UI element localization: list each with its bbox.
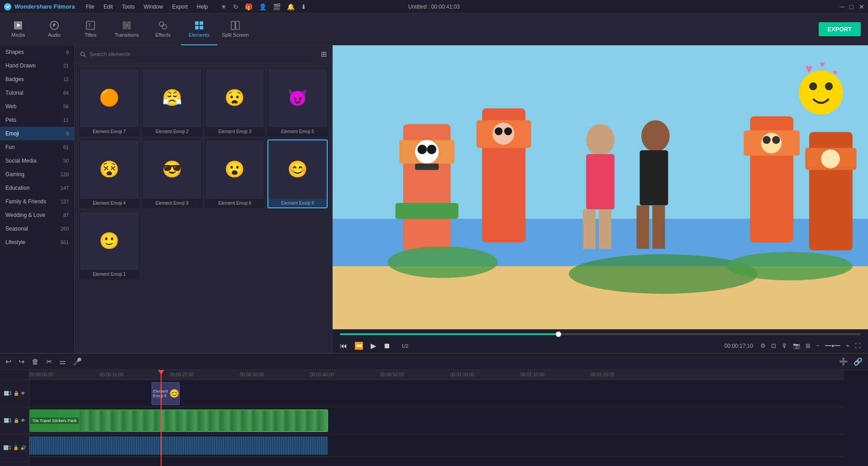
menu-help[interactable]: Help [193, 3, 212, 11]
split-button[interactable]: ⚌ [59, 357, 66, 366]
toolbar-splitscreen[interactable]: Split Screen [217, 14, 253, 45]
toolbar-media[interactable]: Media [0, 14, 36, 45]
menu-window[interactable]: Window [140, 3, 167, 11]
sidebar-item-handdrawn[interactable]: Hand Drawn 21 [0, 59, 74, 72]
video-clip[interactable]: 70s Travel Stickers Pack [29, 409, 328, 432]
svg-rect-13 [200, 26, 203, 29]
bell-icon[interactable]: 🔔 [287, 3, 295, 10]
element-emoji2-thumb: 😤 [143, 69, 201, 127]
sidebar-item-gaming[interactable]: Gaming 120 [0, 168, 74, 181]
menu-tools[interactable]: Tools [118, 3, 138, 11]
zoom-in-icon[interactable]: + [846, 342, 849, 349]
menu-edit[interactable]: Edit [100, 3, 117, 11]
audio-clip[interactable] [29, 437, 328, 455]
ruler-mark-4: 00:00:40:00 [310, 372, 334, 377]
sidebar-item-weddinglove[interactable]: Wedding & Love 87 [0, 208, 74, 222]
sidebar-item-familyfriends[interactable]: Family & Friends 127 [0, 195, 74, 208]
preview-svg: ♥ ♥ ♥ [333, 45, 868, 329]
toolbar-titles[interactable]: T Titles [72, 14, 109, 45]
fullscreen-icon[interactable]: ⛶ [855, 342, 861, 349]
sidebar-item-emoji[interactable]: Emoji 9 [0, 127, 74, 140]
sidebar-item-web[interactable]: Web 56 [0, 100, 74, 113]
play-button[interactable]: ▶ [371, 341, 376, 350]
search-input[interactable] [90, 51, 317, 58]
link-button[interactable]: 🔗 [854, 357, 863, 366]
sidebar-item-lifestyle[interactable]: Lifestyle 561 [0, 235, 74, 249]
stop-button[interactable]: ⏹ [383, 342, 391, 350]
progress-bar[interactable] [340, 333, 861, 335]
delete-button[interactable]: 🗑 [32, 358, 39, 366]
element-emoji6[interactable]: 😮 Element Emoji 6 [205, 139, 265, 208]
snapshot-icon[interactable]: 📷 [793, 342, 800, 349]
svg-point-57 [726, 252, 853, 280]
element-emoji2[interactable]: 😤 Element Emoji 2 [142, 68, 202, 137]
toolbar-elements[interactable]: Elements [181, 14, 217, 45]
sidebar-item-seasonal[interactable]: Seasonal 260 [0, 222, 74, 235]
element-emoji7[interactable]: 🟠 Element Emoji 7 [79, 68, 139, 137]
element-emoji3[interactable]: 😧 Element Emoji 3 [205, 68, 265, 137]
export-button[interactable]: EXPORT [819, 22, 861, 36]
left-sidebar: Shapes 6 Hand Drawn 21 Badges 12 Tutoria… [0, 45, 75, 353]
track3-sound[interactable]: 🔊 [20, 445, 26, 450]
element-clip[interactable]: Element Emoji 8 😊 [152, 382, 180, 405]
playhead-marker[interactable] [158, 370, 164, 375]
track1-lock[interactable]: 🔒 [14, 391, 19, 396]
element-emoji8-thumb: 😊 [268, 140, 327, 199]
element-emoji4[interactable]: 😵 Element Emoji 4 [79, 139, 139, 208]
track1-eye[interactable]: 👁 [21, 391, 25, 396]
layout-icon[interactable]: ⊞ [806, 342, 811, 349]
element-emoji9[interactable]: 😎 Element Emoji 9 [142, 139, 202, 208]
sidebar-item-pets[interactable]: Pets 11 [0, 113, 74, 127]
mic-icon[interactable]: 🎙 [782, 342, 787, 349]
element-emoji1[interactable]: 🙂 Element Emoji 1 [79, 211, 139, 280]
sidebar-item-socialmedia[interactable]: Social Media 30 [0, 154, 74, 168]
sun-icon[interactable]: ☀ [221, 3, 227, 10]
redo-button[interactable]: ↪ [19, 357, 24, 366]
skip-back-button[interactable]: ⏮ [340, 342, 347, 350]
svg-rect-12 [195, 26, 199, 29]
toolbar-effects[interactable]: Effects [145, 14, 181, 45]
menu-export[interactable]: Export [168, 3, 191, 11]
element-emoji5[interactable]: 😈 Element Emoji 5 [267, 68, 328, 137]
sidebar-item-education[interactable]: Education 147 [0, 181, 74, 195]
timecode-display: 00:00:17:10 [725, 343, 753, 349]
maximize-button[interactable]: □ [850, 3, 854, 10]
minimize-button[interactable]: ─ [840, 3, 844, 10]
sidebar-item-shapes[interactable]: Shapes 6 [0, 45, 74, 59]
progress-handle[interactable] [556, 331, 561, 337]
user-icon[interactable]: 👤 [259, 3, 267, 10]
element-emoji6-label: Element Emoji 6 [206, 199, 264, 207]
track3-lock[interactable]: 🔒 [13, 445, 19, 450]
menu-file[interactable]: File [82, 3, 98, 11]
element-emoji4-label: Element Emoji 4 [80, 199, 138, 207]
zoom-slider[interactable]: ━━●━━ [825, 343, 841, 349]
sidebar-item-tutorial[interactable]: Tutorial 64 [0, 86, 74, 100]
svg-point-50 [809, 82, 817, 90]
sync-icon[interactable]: ↻ [233, 3, 238, 10]
toolbar-audio[interactable]: Audio [36, 14, 72, 45]
toolbar-effects-label: Effects [155, 32, 170, 38]
gift-icon[interactable]: 🎁 [245, 3, 253, 10]
cut-button[interactable]: ✂ [46, 357, 52, 366]
add-track-button[interactable]: ➕ [839, 357, 848, 366]
element-emoji8-label: Element Emoji 8 [268, 199, 327, 207]
track2-eye[interactable]: 👁 [21, 418, 25, 423]
toolbar-transitions[interactable]: Transitions [109, 14, 145, 45]
film-icon[interactable]: 🎬 [273, 3, 281, 10]
crop-icon[interactable]: ⊡ [771, 342, 776, 349]
grid-toggle-button[interactable]: ⊞ [321, 50, 327, 58]
undo-button[interactable]: ↩ [5, 357, 11, 366]
voiceover-button[interactable]: 🎤 [73, 357, 82, 366]
sidebar-item-fun[interactable]: Fun 61 [0, 140, 74, 154]
close-button[interactable]: ✕ [859, 3, 864, 10]
timeline-ruler-area[interactable]: 00:00:00:00 00:00:10:00 00:00:20:00 00:0… [29, 370, 868, 466]
element-emoji9-label: Element Emoji 9 [143, 199, 201, 207]
track2-lock[interactable]: 🔒 [14, 418, 19, 423]
element-emoji8[interactable]: 😊 Element Emoji 8 [267, 139, 328, 208]
sidebar-item-badges[interactable]: Badges 12 [0, 72, 74, 86]
download-icon[interactable]: ⬇ [301, 3, 306, 10]
settings-icon[interactable]: ⚙ [760, 342, 766, 349]
step-back-button[interactable]: ⏪ [354, 341, 363, 350]
titlebar: Wondershare Filmora File Edit Tools Wind… [0, 0, 868, 14]
zoom-out-icon[interactable]: − [816, 342, 820, 349]
